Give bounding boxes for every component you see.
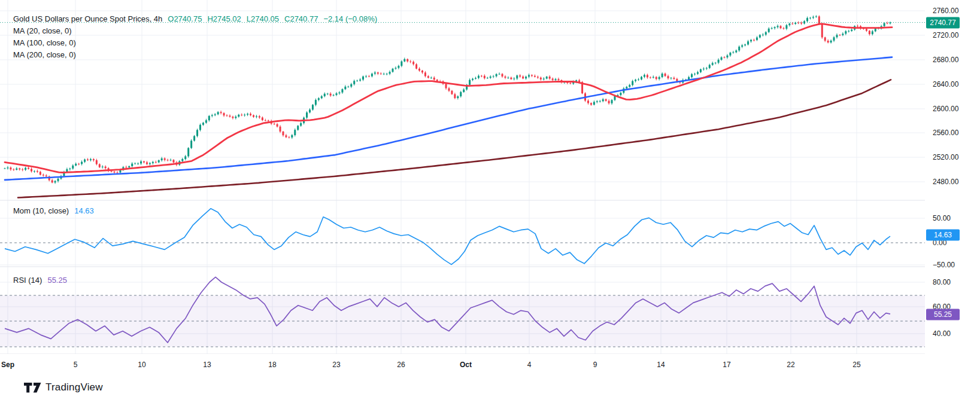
axis-tick-label: 80.00 [933,278,951,286]
time-tick-label: 18 [268,361,276,369]
time-tick-label: 5 [74,361,78,369]
symbol-title[interactable]: Gold US Dollars per Ounce Spot Prices, 4… [13,13,162,25]
ohlc-change: −2.14 (−0.08%) [323,13,377,25]
ohlc-open: O2740.75 [168,13,202,25]
tradingview-attribution[interactable]: TradingView [24,381,103,393]
ohlc-close: C2740.77 [284,13,318,25]
axis-tick-label: 2680.00 [933,56,958,64]
mom-value-badge: 14.63 [926,230,960,241]
price-axis[interactable]: 2760.002720.002680.002640.002600.002560.… [925,0,980,375]
time-axis[interactable]: Sep51013182326Oct4914172225 [0,354,925,375]
momentum-legend[interactable]: Mom (10, close) 14.63 [13,205,94,217]
axis-tick-label: 2760.00 [933,7,958,15]
ma100-legend[interactable]: MA (100, close, 0) [13,37,377,49]
rsi-legend[interactable]: RSI (14) 55.25 [13,274,67,286]
price-value-badge: 2740.77 [926,17,960,29]
time-tick-label: 25 [852,361,860,369]
tradingview-chart-window: Gold US Dollars per Ounce Spot Prices, 4… [0,0,980,403]
tradingview-logo-icon [24,383,41,393]
time-tick-label: 9 [593,361,597,369]
momentum-value: 14.63 [74,205,94,217]
axis-tick-label: 2720.00 [933,31,958,39]
axis-tick-label: 2560.00 [933,129,958,137]
time-tick-label: 10 [138,361,145,369]
time-tick-label: Oct [460,361,472,369]
axis-tick-label: 40.00 [933,329,951,338]
price-legend: Gold US Dollars per Ounce Spot Prices, 4… [13,13,377,61]
symbol-legend-row[interactable]: Gold US Dollars per Ounce Spot Prices, 4… [13,13,377,25]
ma20-legend[interactable]: MA (20, close, 0) [13,25,377,37]
time-tick-label: 4 [527,361,532,369]
ma200-legend[interactable]: MA (200, close, 0) [13,49,377,61]
time-tick-label: 26 [397,361,405,369]
ohlc-low: L2740.05 [247,13,279,25]
rsi-label: RSI (14) [13,274,42,286]
axis-tick-label: −50.00 [933,261,955,269]
time-tick-label: 14 [657,361,665,369]
axis-tick-label: 2600.00 [933,105,958,113]
rsi-value: 55.25 [47,274,67,286]
ohlc-high: H2745.02 [207,13,241,25]
time-tick-label: 17 [723,361,730,369]
axis-tick-label: 2640.00 [933,80,958,88]
time-tick-label: 22 [787,361,794,369]
tradingview-logo-text: TradingView [45,381,103,393]
time-tick-label: Sep [1,361,14,369]
rsi-value-badge: 55.25 [926,309,960,320]
axis-tick-label: 50.00 [933,214,951,222]
time-tick-label: 23 [332,361,340,369]
time-tick-label: 13 [203,361,211,369]
axis-tick-label: 2480.00 [933,178,958,186]
momentum-label: Mom (10, close) [13,205,69,217]
axis-tick-label: 2520.00 [933,153,958,161]
